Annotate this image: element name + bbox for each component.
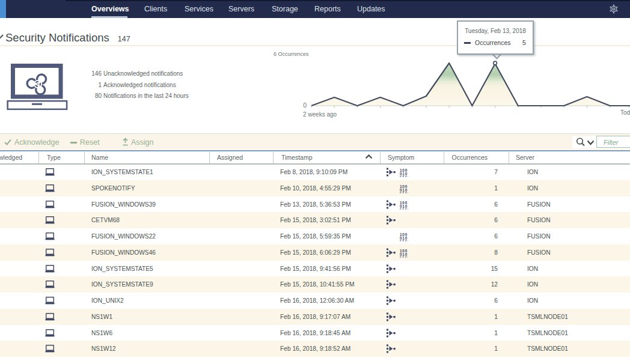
svg-text:010: 010 bbox=[400, 172, 408, 176]
svg-text:010: 010 bbox=[400, 204, 408, 208]
svg-text:010: 010 bbox=[400, 187, 408, 192]
svg-text:2 weeks ago: 2 weeks ago bbox=[303, 111, 337, 118]
svg-text:Today: Today bbox=[620, 109, 630, 116]
svg-text:010: 010 bbox=[400, 252, 408, 256]
svg-text:010: 010 bbox=[400, 236, 408, 240]
svg-text:6 Occurrences: 6 Occurrences bbox=[274, 51, 309, 57]
svg-text:0: 0 bbox=[303, 102, 307, 109]
